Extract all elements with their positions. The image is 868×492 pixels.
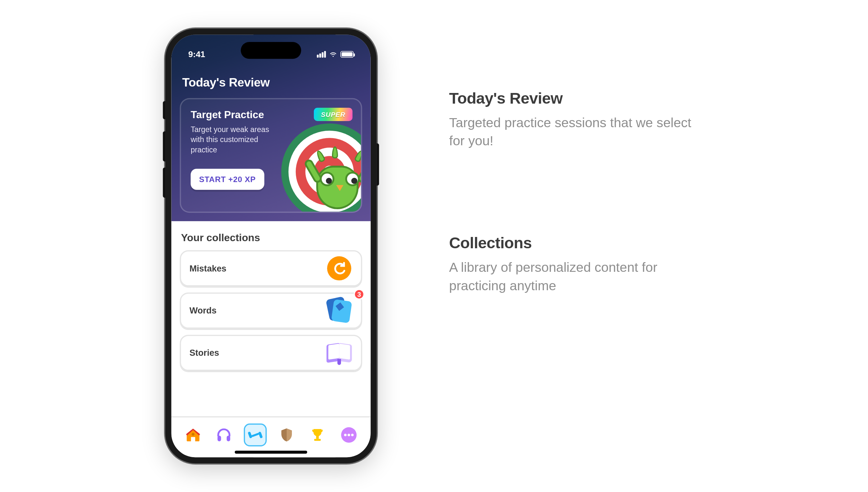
home-indicator [235, 451, 307, 453]
svg-rect-3 [248, 431, 252, 438]
svg-rect-5 [251, 433, 259, 437]
collection-words[interactable]: Words 3 [180, 293, 362, 329]
svg-point-10 [348, 434, 351, 436]
svg-point-9 [344, 434, 347, 436]
svg-rect-6 [316, 436, 319, 439]
page-title: Today's Review [171, 65, 371, 98]
tab-listen[interactable] [213, 423, 236, 446]
shield-icon [279, 427, 294, 443]
tab-practice[interactable] [244, 423, 267, 446]
collection-stories[interactable]: Stories [180, 335, 362, 371]
svg-rect-0 [192, 433, 194, 436]
phone-frame: 9:41 Today's Review SUPER Target Practic… [165, 29, 377, 463]
svg-rect-7 [315, 439, 321, 441]
tab-leaderboard[interactable] [306, 423, 329, 446]
annotation-collections: Collections A library of personalized co… [449, 234, 703, 295]
annotation-desc: Targeted practice sessions that we selec… [449, 114, 703, 149]
collection-label: Stories [190, 348, 219, 358]
ellipsis-icon [340, 426, 357, 443]
home-icon [185, 426, 201, 443]
svg-rect-1 [218, 436, 221, 441]
status-time: 9:41 [188, 49, 205, 59]
svg-rect-2 [227, 436, 231, 441]
cellular-icon [317, 51, 326, 57]
collections-title: Your collections [181, 232, 361, 244]
book-icon [326, 340, 352, 366]
annotation-todays-review: Today's Review Targeted practice session… [449, 89, 703, 150]
collection-label: Words [190, 306, 217, 315]
target-practice-card[interactable]: SUPER Target Practice Target your weak a… [180, 98, 362, 213]
super-badge: SUPER [314, 108, 353, 121]
wifi-icon [329, 50, 337, 58]
status-right [317, 50, 354, 58]
annotation-title: Today's Review [449, 89, 703, 108]
screen: 9:41 Today's Review SUPER Target Practic… [171, 34, 371, 457]
annotation-title: Collections [449, 234, 703, 253]
start-button[interactable]: START +20 XP [191, 169, 264, 190]
cards-icon [326, 297, 352, 324]
annotation-desc: A library of personalized content for pr… [449, 259, 703, 295]
refresh-icon [326, 255, 352, 281]
trophy-icon [310, 427, 326, 443]
collection-label: Mistakes [190, 264, 227, 273]
dynamic-island [241, 42, 301, 59]
tab-shield[interactable] [275, 423, 298, 446]
headphones-icon [216, 426, 233, 443]
card-description: Target your weak areas with this customi… [191, 125, 281, 155]
target-owl-illustration [281, 123, 362, 213]
dumbbell-icon [247, 427, 263, 443]
svg-point-11 [351, 434, 354, 436]
svg-rect-4 [258, 431, 263, 438]
battery-icon [340, 51, 354, 57]
tab-home[interactable] [182, 423, 204, 446]
tab-more[interactable] [337, 423, 360, 446]
notification-badge: 3 [354, 289, 365, 300]
annotations: Today's Review Targeted practice session… [449, 29, 703, 379]
owl-icon [313, 154, 362, 213]
top-section: 9:41 Today's Review SUPER Target Practic… [171, 34, 371, 221]
collection-mistakes[interactable]: Mistakes [180, 250, 362, 286]
collections-section: Your collections Mistakes Words 3 [171, 221, 371, 416]
